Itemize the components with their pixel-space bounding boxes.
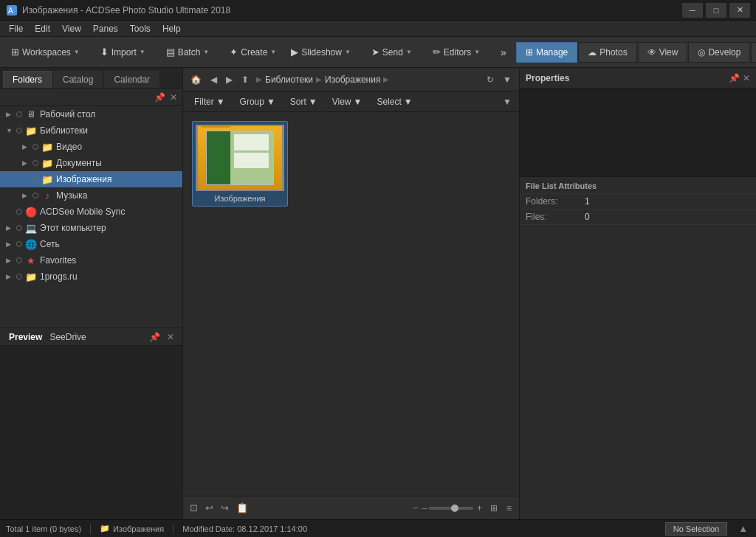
rating-dot (16, 257, 22, 263)
scrollbar-right-button[interactable]: ▼ (500, 95, 515, 108)
pin-properties-button[interactable]: 📌 (729, 73, 740, 83)
tree-item-desktop[interactable]: ▶ 🖥 Рабочий стол (0, 106, 182, 122)
prop-value-files: 0 (585, 212, 590, 222)
import-label: Import (111, 47, 137, 58)
select-button[interactable]: Select ▼ (370, 94, 419, 109)
tab-calendar[interactable]: Calendar (104, 71, 159, 88)
copy-path-button[interactable]: ⊡ (188, 501, 200, 515)
tree-item-music[interactable]: ▶ ♪ Музыка (0, 187, 182, 204)
mode-edit[interactable]: ✏ Edit (751, 42, 756, 63)
tree-item-images[interactable]: 📁 Изображения (0, 171, 182, 187)
tab-preview[interactable]: Preview (6, 332, 45, 342)
menu-edit[interactable]: Edit (29, 22, 56, 35)
tab-catalog[interactable]: Catalog (53, 71, 103, 88)
expand-arrow: ▶ (6, 111, 16, 118)
file-item-images[interactable]: Изображения (192, 121, 288, 207)
filter-button[interactable]: Filter ▼ (188, 94, 232, 109)
status-expand-button[interactable]: ▲ (736, 522, 750, 536)
computer-icon: 💻 (25, 222, 37, 234)
filter-arrow: ▼ (216, 97, 225, 107)
mode-manage[interactable]: ⊞ Manage (516, 42, 577, 63)
editors-icon: ✏ (433, 46, 441, 58)
import-button[interactable]: ⬇ Import ▼ (94, 41, 152, 64)
pin-button[interactable]: 📌 (152, 92, 168, 103)
menu-tools[interactable]: Tools (124, 22, 157, 35)
batch-button[interactable]: ▤ Batch ▼ (159, 41, 216, 64)
tree-label: Документы (56, 158, 102, 168)
zoom-plus-icon[interactable]: + (475, 502, 484, 515)
slideshow-arrow: ▼ (345, 49, 351, 55)
editors-button[interactable]: ✏ Editors ▼ (426, 41, 487, 64)
sidebar-tabs: Folders Catalog Calendar (0, 68, 182, 89)
tree-item-mobile-sync[interactable]: 🔴 ACDSee Mobile Sync (0, 204, 182, 220)
filter-bar: Filter ▼ Group ▼ Sort ▼ View ▼ Select ▼ … (183, 91, 519, 112)
more-tools-button[interactable]: » (494, 41, 513, 64)
refresh-button[interactable]: ↻ (484, 73, 497, 86)
pin-preview-button[interactable]: 📌 (147, 332, 162, 342)
menu-panes[interactable]: Panes (87, 22, 124, 35)
redo-button[interactable]: ↪ (219, 501, 231, 515)
sort-arrow: ▼ (309, 97, 317, 107)
view-button[interactable]: View ▼ (326, 94, 369, 109)
clipboard-button[interactable]: 📋 (234, 501, 250, 515)
tree-item-video[interactable]: ▶ 📁 Видео (0, 139, 182, 155)
mode-view[interactable]: 👁 View (638, 42, 688, 63)
rating-dot (32, 176, 38, 182)
tab-seedrive[interactable]: SeeDrive (47, 332, 89, 342)
close-sidebar-button[interactable]: ✕ (168, 92, 179, 103)
sidebar: Folders Catalog Calendar 📌 ✕ ▶ 🖥 Рабочий… (0, 68, 183, 519)
create-button[interactable]: ✦ Create ▼ (223, 41, 283, 64)
zoom-out-icon[interactable]: ─ (410, 502, 420, 513)
sort-button[interactable]: Sort ▼ (284, 94, 324, 109)
tree-item-libraries[interactable]: ▼ 📁 Библиотеки (0, 122, 182, 139)
desktop-icon: 🖥 (25, 108, 37, 120)
minimize-button[interactable]: ─ (682, 3, 703, 18)
menu-help[interactable]: Help (157, 22, 187, 35)
rating-dot (32, 144, 38, 150)
folder-content-dark (207, 131, 230, 184)
workspaces-button[interactable]: ⊞ Workspaces ▼ (4, 41, 86, 64)
home-button[interactable]: 🏠 (188, 73, 205, 86)
breadcrumb-libraries[interactable]: Библиотеки (265, 75, 313, 85)
back-button[interactable]: ◀ (207, 73, 220, 86)
breadcrumb-sep-1: ▶ (316, 75, 322, 83)
tree-item-favorites[interactable]: ▶ ★ Favorites (0, 252, 182, 268)
forward-button[interactable]: ▶ (223, 73, 236, 86)
status-folder-name: Изображения (113, 524, 164, 533)
tree-item-computer[interactable]: ▶ 💻 Этот компьютер (0, 220, 182, 236)
expand-arrow: ▶ (22, 159, 32, 167)
list-view-button[interactable]: ≡ (504, 502, 515, 515)
slideshow-button[interactable]: ▶ Slideshow ▼ (284, 41, 357, 64)
menu-file[interactable]: File (3, 22, 29, 35)
title-text: Изображения - ACDSee Photo Studio Ultima… (22, 5, 230, 15)
grid-view-button[interactable]: ⊞ (487, 502, 501, 515)
close-properties-button[interactable]: ✕ (743, 73, 750, 83)
tree-item-documents[interactable]: ▶ 📁 Документы (0, 155, 182, 171)
up-button[interactable]: ⬆ (238, 73, 252, 86)
mode-develop[interactable]: ◎ Develop (688, 42, 750, 63)
tab-folders[interactable]: Folders (3, 71, 52, 88)
address-dropdown[interactable]: ▼ (500, 73, 515, 86)
tree-item-network[interactable]: ▶ 🌐 Сеть (0, 236, 182, 252)
status-total: Total 1 item (0 bytes) (6, 524, 81, 533)
group-button[interactable]: Group ▼ (233, 94, 282, 109)
tree-label: ACDSee Mobile Sync (40, 207, 125, 217)
menu-view[interactable]: View (56, 22, 87, 35)
close-preview-button[interactable]: ✕ (165, 332, 176, 342)
editors-arrow: ▼ (474, 49, 480, 55)
breadcrumb-images[interactable]: Изображения (325, 75, 380, 85)
zoom-minus-icon: ─ (422, 504, 427, 513)
status-sep-2 (173, 524, 173, 534)
tree-item-1progs[interactable]: ▶ 📁 1progs.ru (0, 268, 182, 285)
sync-icon: 🔴 (25, 206, 37, 218)
close-button[interactable]: ✕ (729, 3, 750, 18)
restore-button[interactable]: □ (706, 3, 726, 18)
file-name: Изображения (214, 194, 265, 203)
preview-tabs: Preview SeeDrive (6, 332, 89, 342)
zoom-slider[interactable]: ─ ─ + (410, 502, 484, 515)
mode-photos[interactable]: ☁ Photos (578, 42, 636, 63)
zoom-track[interactable] (429, 507, 473, 510)
send-button[interactable]: ➤ Send ▼ (365, 41, 419, 64)
undo-button[interactable]: ↩ (203, 501, 216, 515)
select-label: Select (377, 97, 401, 107)
